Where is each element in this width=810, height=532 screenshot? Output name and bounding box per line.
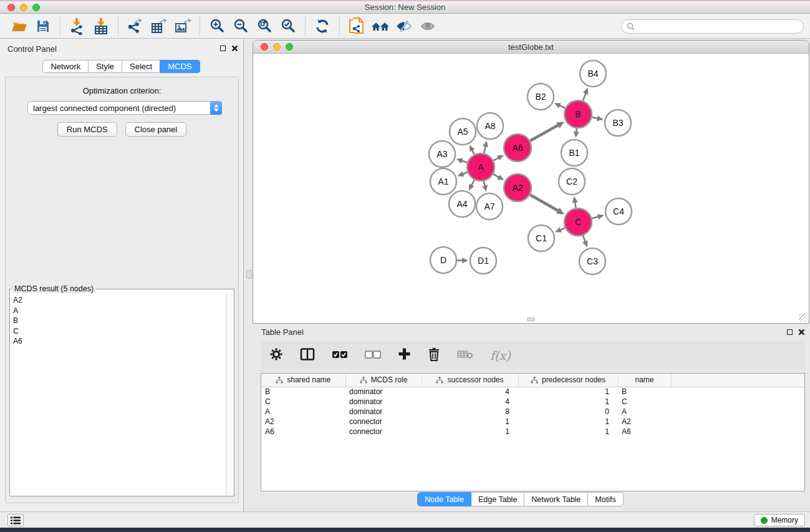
add-column-icon[interactable] [398,347,411,363]
graph-edge-B-B4[interactable] [583,92,586,100]
table-cell[interactable]: 1 [422,427,518,437]
table-cell[interactable]: A2 [261,417,345,427]
network-window-titlebar[interactable]: testGlobe.txt [253,41,809,54]
table-cell[interactable]: A [261,407,345,417]
table-cell[interactable]: dominator [345,397,422,407]
table-cell[interactable]: B [618,387,671,397]
home-icon[interactable] [370,16,390,36]
mcds-result-item[interactable]: A [13,306,225,316]
main-toolbar [0,14,810,39]
table-cell[interactable]: B [261,387,345,397]
window-resize-grip[interactable] [799,313,808,322]
column-header-MCDS-role[interactable]: MCDS role [345,374,422,387]
table-cell[interactable]: 1 [518,417,618,427]
search-input[interactable] [638,22,798,31]
refresh-icon[interactable] [312,16,332,36]
optimization-criterion-dropdown[interactable]: largest connected component (directed) [27,101,222,115]
export-network-icon[interactable] [125,16,145,36]
mcds-result-item[interactable]: C [13,326,225,337]
table-cell[interactable]: connector [345,427,422,437]
close-panel-button[interactable]: Close panel [125,122,187,137]
delete-table-icon[interactable] [457,349,473,362]
tab-node-table[interactable]: Node Table [417,492,471,506]
table-cell[interactable]: dominator [345,407,422,417]
tab-mcds[interactable]: MCDS [160,60,200,73]
memory-button[interactable]: Memory [754,514,805,526]
import-table-icon[interactable] [91,16,111,36]
close-table-panel-icon[interactable] [798,329,805,336]
export-image-icon[interactable] [173,16,193,36]
table-row[interactable]: A6connector11A6 [261,427,804,437]
float-table-panel-icon[interactable] [787,329,793,335]
column-header-predecessor-nodes[interactable]: predecessor nodes [518,374,618,387]
export-table-icon[interactable] [149,16,169,36]
splitter-handle[interactable] [527,317,535,321]
table-row[interactable]: A2connector11A2 [261,417,804,427]
table-cell[interactable]: C [618,397,671,407]
table-row[interactable]: Adominator80A [261,407,804,417]
splitter-handle[interactable] [246,270,252,279]
list-icon [11,516,21,525]
close-panel-icon[interactable] [231,45,238,52]
table-cell[interactable]: 8 [422,407,518,417]
graph-edge-arrowhead [482,185,488,192]
graph-edge-A2-C[interactable] [530,195,559,211]
graph-edge-arrowhead [483,140,488,147]
table-cell[interactable]: 4 [422,387,518,397]
column-layout-icon[interactable] [300,348,315,363]
float-panel-icon[interactable] [220,46,226,51]
table-cell[interactable]: 0 [518,407,618,417]
tab-network[interactable]: Network [42,60,89,73]
column-header-name[interactable]: name [618,374,671,387]
network-file-icon[interactable] [347,16,367,36]
show-eye-icon[interactable] [418,16,438,36]
hide-eye-icon[interactable] [394,16,414,36]
settings-gear-icon[interactable] [269,347,283,364]
column-header-successor-nodes[interactable]: successor nodes [422,374,518,387]
function-builder-icon[interactable]: f(x) [490,349,511,362]
table-cell[interactable]: 1 [518,387,618,397]
table-cell[interactable]: dominator [345,387,422,397]
tab-network-table[interactable]: Network Table [524,492,588,506]
table-toolbar: f(x) [261,341,805,369]
column-header-shared-name[interactable]: shared name [261,374,345,387]
graph-edge-arrowhead [597,115,604,121]
mcds-result-item[interactable]: A2 [13,295,225,306]
table-cell[interactable]: A6 [618,427,671,437]
dropdown-stepper-icon [210,101,222,115]
table-cell[interactable]: C [261,397,345,407]
table-cell[interactable]: A [618,407,671,417]
zoom-selected-icon[interactable] [278,16,298,36]
tab-motifs[interactable]: Motifs [587,492,623,506]
mcds-result-item[interactable]: B [13,316,225,326]
tab-style[interactable]: Style [88,60,122,73]
import-network-icon[interactable] [67,16,87,36]
tab-select[interactable]: Select [122,60,160,73]
mcds-result-list[interactable]: A2ABCA6 [10,293,225,496]
zoom-out-icon[interactable] [231,16,251,36]
save-icon[interactable] [33,16,53,36]
open-folder-icon[interactable] [9,16,29,36]
mcds-result-scrollbar[interactable] [226,293,234,496]
graph-edge-A6-B[interactable] [530,125,559,141]
table-cell[interactable]: A2 [618,417,671,427]
table-cell[interactable]: 1 [422,417,518,427]
table-row[interactable]: Cdominator41C [261,397,804,407]
mcds-result-item[interactable]: A6 [13,336,225,347]
select-all-icon[interactable] [332,350,348,361]
zoom-fit-icon[interactable] [254,16,274,36]
table-cell[interactable]: 1 [518,397,618,407]
run-mcds-button[interactable]: Run MCDS [57,122,117,137]
task-history-button[interactable] [7,514,24,526]
search-field[interactable] [621,19,804,34]
table-cell[interactable]: 4 [422,397,518,407]
table-cell[interactable]: 1 [518,427,618,437]
table-cell[interactable]: A6 [261,427,345,437]
delete-column-icon[interactable] [428,347,440,364]
network-canvas[interactable]: B4B2BB3A8A5A6B1A3AA1C2A2A4A7C4CC1DD1C3 [253,54,809,322]
tab-edge-table[interactable]: Edge Table [471,492,524,506]
zoom-in-icon[interactable] [207,16,227,36]
table-row[interactable]: Bdominator41B [261,387,804,397]
deselect-all-icon[interactable] [365,350,381,361]
table-cell[interactable]: connector [345,417,422,427]
